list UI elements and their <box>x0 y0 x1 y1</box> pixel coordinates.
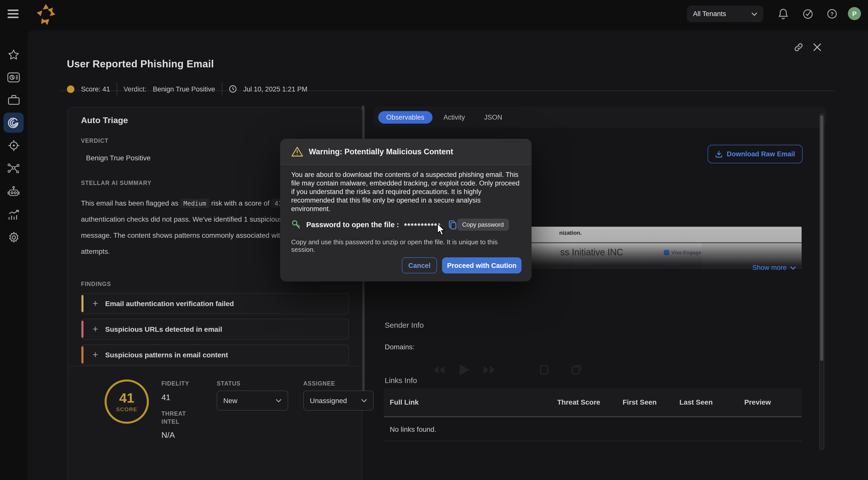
severity-bar <box>82 295 84 312</box>
sender-info-heading: Sender Info <box>385 321 424 329</box>
chevron-down-icon <box>361 398 367 403</box>
assignee-select[interactable]: Unassigned <box>303 390 374 411</box>
page-scrollbar-track[interactable] <box>864 30 868 480</box>
modal-body: You are about to download the contents o… <box>280 165 532 253</box>
tasks-check-icon[interactable] <box>802 8 814 20</box>
password-row: Password to open the file : *********** … <box>291 220 521 230</box>
score-dot <box>67 85 74 93</box>
chevron-down-icon <box>276 398 282 403</box>
col-threat-score: Threat Score <box>557 398 623 406</box>
finding-row-suspicious-patterns[interactable]: + Suspicious patterns in email content <box>81 344 349 365</box>
nav-favorites-star-icon[interactable] <box>3 45 24 65</box>
nav-triage-spiral-icon[interactable] <box>3 113 24 133</box>
score-value: Score: 41 <box>81 85 110 93</box>
finding-row-auth-failed[interactable]: + Email authentication verification fail… <box>81 293 349 314</box>
col-last-seen: Last Seen <box>679 398 744 406</box>
fidelity-value: 41 <box>161 393 170 402</box>
threat-intel-value: N/A <box>161 431 175 440</box>
risk-chip: Medium <box>180 198 210 208</box>
nav-automation-robot-icon[interactable] <box>3 182 24 201</box>
faint-media-icons <box>433 364 582 376</box>
empty-message: No links found. <box>384 425 557 433</box>
threat-intel-label-1: THREAT <box>161 411 186 417</box>
download-icon <box>715 150 723 158</box>
chevron-down-icon <box>790 266 796 270</box>
nav-reports-chart-icon[interactable] <box>3 204 24 225</box>
stellar-logo-icon[interactable] <box>35 3 56 27</box>
nav-cases-briefcase-icon[interactable] <box>3 90 24 110</box>
proceed-with-caution-button[interactable]: Proceed with Caution <box>442 257 522 274</box>
score-caption: SCORE <box>116 406 137 412</box>
assignee-label: ASSIGNEE <box>303 381 335 386</box>
score-number: 41 <box>119 391 134 404</box>
case-meta-row: Score: 41 Verdict: Benign True Positive … <box>67 83 308 96</box>
right-panel-scrollbar-thumb[interactable] <box>820 115 823 361</box>
copy-link-icon[interactable] <box>794 42 804 52</box>
assignee-value: Unassigned <box>310 396 347 405</box>
findings-label: FINDINGS <box>81 281 349 287</box>
hamburger-menu-icon[interactable] <box>7 9 19 19</box>
tab-observables[interactable]: Observables <box>378 111 433 123</box>
key-icon <box>291 220 301 230</box>
nav-dashboards-icon[interactable] <box>3 67 24 88</box>
app-root: All Tenants ? P <box>0 0 868 480</box>
links-table-header: Full Link Threat Score First Seen Last S… <box>384 388 802 417</box>
case-timestamp: Jul 10, 2025 1:21 PM <box>243 85 307 93</box>
expand-plus-icon[interactable]: + <box>93 349 98 360</box>
links-table: Full Link Threat Score First Seen Last S… <box>384 388 802 441</box>
nav-settings-gear-icon[interactable] <box>3 227 24 247</box>
status-select[interactable]: New <box>217 390 288 411</box>
expand-plus-icon[interactable]: + <box>93 324 98 335</box>
clock-icon <box>228 85 237 93</box>
warning-triangle-icon <box>291 146 303 157</box>
cancel-button[interactable]: Cancel <box>402 257 437 274</box>
tenant-selector-value: All Tenants <box>693 10 726 18</box>
copy-password-tooltip: Copy password <box>457 219 509 231</box>
frames-icon <box>571 365 582 375</box>
tab-json[interactable]: JSON <box>476 111 510 123</box>
svg-text:?: ? <box>830 11 834 17</box>
help-icon[interactable]: ? <box>826 8 838 20</box>
left-nav-rail <box>0 30 28 480</box>
tab-activity[interactable]: Activity <box>435 111 473 123</box>
expand-plus-icon[interactable]: + <box>93 298 98 309</box>
nav-detections-crosshair-icon[interactable] <box>3 135 24 155</box>
severity-bar <box>82 346 84 363</box>
auto-triage-title: Auto Triage <box>81 116 349 126</box>
download-raw-email-button[interactable]: Download Raw Email <box>708 145 803 163</box>
score-card: 41 SCORE FIDELITY 41 THREAT INTEL N/A SE… <box>67 366 363 480</box>
download-warning-modal: Warning: Potentially Malicious Content Y… <box>280 139 532 282</box>
frame-icon <box>539 365 549 375</box>
top-bar: All Tenants ? P <box>0 0 868 30</box>
close-icon[interactable] <box>812 42 822 52</box>
rewind-icon <box>433 365 445 375</box>
chevron-down-icon <box>751 12 757 16</box>
user-avatar[interactable]: P <box>848 7 861 20</box>
finding-row-suspicious-urls[interactable]: + Suspicious URLs detected in email <box>81 319 349 340</box>
tenant-selector[interactable]: All Tenants <box>687 5 764 22</box>
score-ring: 41 SCORE <box>104 380 149 424</box>
col-preview: Preview <box>744 398 802 406</box>
modal-title: Warning: Potentially Malicious Content <box>309 147 453 156</box>
right-panel-scrollbar[interactable] <box>819 113 824 450</box>
modal-header: Warning: Potentially Malicious Content <box>280 139 532 165</box>
links-info-heading: Links Info <box>385 376 417 384</box>
fidelity-label: FIDELITY <box>161 381 189 386</box>
domains-label: Domains: <box>385 343 414 351</box>
col-full-link: Full Link <box>384 398 557 406</box>
preview-show-more-link[interactable]: Show more <box>752 264 796 271</box>
threat-intel-label-2: INTEL <box>161 419 179 425</box>
copy-password-icon[interactable] <box>448 220 457 229</box>
severity-bar <box>82 321 84 338</box>
modal-footer: Cancel Proceed with Caution <box>402 257 522 274</box>
col-first-seen: First Seen <box>623 398 679 406</box>
notifications-bell-icon[interactable] <box>778 8 788 20</box>
mouse-cursor <box>437 224 445 236</box>
observables-tab-bar: Observables Activity JSON <box>374 106 826 128</box>
nav-correlation-graph-icon[interactable] <box>3 158 24 179</box>
password-label: Password to open the file : <box>306 221 399 229</box>
fast-forward-icon <box>483 365 496 375</box>
status-value: New <box>223 396 237 405</box>
verdict-value: Benign True Positive <box>153 85 215 93</box>
verdict-label: Verdict: <box>124 85 146 93</box>
